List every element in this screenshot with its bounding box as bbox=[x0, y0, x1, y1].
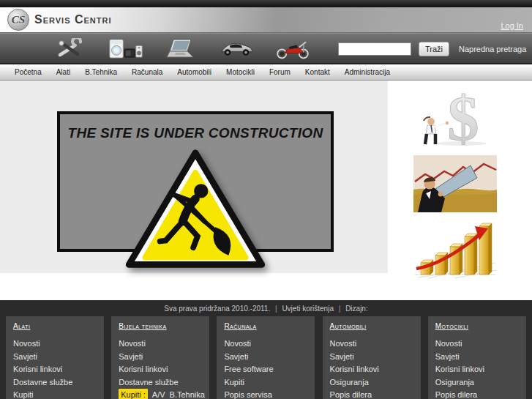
footer-column-title[interactable]: Automobili bbox=[330, 322, 413, 330]
footer-link[interactable]: A/V bbox=[152, 389, 165, 399]
footer-link[interactable]: B.Tehnika bbox=[170, 389, 205, 399]
site-name: Servis Centri bbox=[34, 13, 111, 26]
nav-item-alati[interactable]: Alati bbox=[49, 68, 78, 76]
footer-link[interactable]: Novosti bbox=[13, 338, 97, 351]
footer-link[interactable]: Savjeti bbox=[224, 351, 307, 364]
site-header: CS Servis Centri Log In bbox=[0, 7, 532, 33]
footer-link[interactable]: Savjeti bbox=[119, 351, 202, 364]
footer-column-title[interactable]: Motocikli bbox=[435, 322, 519, 330]
top-strip bbox=[0, 0, 532, 7]
nav-item-administracija[interactable]: Administracija bbox=[337, 68, 397, 76]
footer-link[interactable]: Dostavne službe bbox=[119, 376, 202, 389]
footer-link[interactable]: Savjeti bbox=[330, 351, 413, 364]
laptop-icon[interactable] bbox=[164, 37, 199, 61]
sidebar-banners: $ bbox=[413, 86, 501, 287]
category-icons bbox=[53, 37, 310, 61]
footer-link[interactable]: Osiguranja bbox=[435, 376, 519, 389]
footer-link[interactable]: Popis dilera bbox=[330, 389, 413, 399]
site-logo[interactable]: CS Servis Centri bbox=[7, 9, 111, 31]
footer-column-title[interactable]: Računala bbox=[224, 322, 307, 330]
footer-link[interactable]: Kupiti bbox=[13, 389, 97, 399]
dollar-businessman-image[interactable]: $ bbox=[413, 86, 501, 150]
footer-link[interactable]: Free software bbox=[224, 363, 307, 376]
main-content: THE SITE IS UNDER CONSTRUCTION bbox=[0, 81, 532, 300]
footer-link[interactable]: Korisni linkovi bbox=[435, 363, 519, 376]
footer-column-bijela-tehnika: Bijela tehnika Novosti Savjeti Korisni l… bbox=[111, 316, 209, 399]
motorcycle-icon[interactable] bbox=[275, 37, 310, 61]
footer-link[interactable]: Savjeti bbox=[435, 351, 519, 364]
separator: | bbox=[275, 305, 277, 313]
copyright-bar: Sva prava pridržana 2010.-2011. | Uvjeti… bbox=[0, 300, 532, 313]
footer-link[interactable]: Korisni linkovi bbox=[330, 363, 413, 376]
footer-column-title[interactable]: Alati bbox=[13, 322, 97, 330]
advanced-search-link[interactable]: Napredna pretraga bbox=[459, 45, 526, 53]
terms-link[interactable]: Uvjeti korištenja bbox=[282, 305, 334, 313]
appliances-icon[interactable] bbox=[108, 37, 143, 61]
nav-item-btehnika[interactable]: B.Tehnika bbox=[78, 68, 124, 76]
nav-item-forum[interactable]: Forum bbox=[262, 68, 298, 76]
logo-cs-badge-icon: CS bbox=[7, 9, 29, 31]
footer-link[interactable]: Novosti bbox=[330, 338, 413, 351]
construction-sign-icon bbox=[124, 148, 266, 272]
footer-link[interactable]: Popis dilera bbox=[435, 389, 519, 399]
construction-title: THE SITE IS UNDER CONSTRUCTION bbox=[60, 125, 331, 141]
footer-link[interactable]: Kupiti bbox=[224, 376, 307, 389]
nav-item-motocikli[interactable]: Motocikli bbox=[219, 68, 262, 76]
footer-link[interactable]: Korisni linkovi bbox=[119, 363, 202, 376]
megaphone-announcement-image[interactable] bbox=[413, 155, 501, 215]
footer-link[interactable]: Novosti bbox=[224, 338, 307, 351]
tools-icon[interactable] bbox=[53, 37, 88, 61]
design-label: Dizajn: bbox=[345, 305, 368, 313]
footer-column-racunala: Računala Novosti Savjeti Free software K… bbox=[217, 316, 315, 399]
footer-link[interactable]: Popis servisa bbox=[224, 389, 307, 399]
footer-link[interactable]: Novosti bbox=[435, 338, 519, 351]
nav-item-automobili[interactable]: Automobili bbox=[170, 68, 219, 76]
nav-item-kontakt[interactable]: Kontakt bbox=[298, 68, 337, 76]
main-nav: Početna Alati B.Tehnika Računala Automob… bbox=[0, 64, 532, 81]
copyright-text: Sva prava pridržana 2010.-2011. bbox=[164, 305, 270, 313]
search-button[interactable]: Traži bbox=[419, 42, 449, 56]
category-toolbar: Traži Napredna pretraga bbox=[0, 33, 532, 64]
svg-text:$: $ bbox=[448, 86, 479, 147]
footer-column-motocikli: Motocikli Novosti Savjeti Korisni linkov… bbox=[428, 316, 526, 399]
login-link[interactable]: Log In bbox=[501, 21, 523, 30]
construction-panel: THE SITE IS UNDER CONSTRUCTION bbox=[0, 81, 388, 273]
buy-label-highlighted[interactable]: Kupiti : bbox=[119, 389, 148, 399]
footer-link[interactable]: Osiguranja bbox=[330, 376, 413, 389]
golden-growth-chart-image[interactable] bbox=[413, 220, 501, 282]
footer-link[interactable]: Novosti bbox=[119, 338, 202, 351]
footer-column-automobili: Automobili Novosti Savjeti Korisni linko… bbox=[323, 316, 421, 399]
footer-link[interactable]: Korisni linkovi bbox=[13, 363, 97, 376]
nav-item-racunala[interactable]: Računala bbox=[124, 68, 170, 76]
footer-columns: Alati Novosti Savjeti Korisni linkovi Do… bbox=[6, 316, 526, 399]
footer-buy-row: Kupiti : A/V B.Tehnika bbox=[119, 389, 202, 399]
footer-column-title[interactable]: Bijela tehnika bbox=[119, 322, 202, 330]
footer: Sva prava pridržana 2010.-2011. | Uvjeti… bbox=[0, 300, 532, 399]
footer-link[interactable]: Savjeti bbox=[13, 351, 97, 364]
car-icon[interactable] bbox=[220, 37, 255, 61]
search-input[interactable] bbox=[338, 42, 411, 56]
nav-item-pocetna[interactable]: Početna bbox=[7, 68, 49, 76]
page: CS Servis Centri Log In bbox=[0, 0, 532, 399]
separator: | bbox=[339, 305, 341, 313]
footer-link[interactable]: Dostavne službe bbox=[13, 376, 97, 389]
footer-column-alati: Alati Novosti Savjeti Korisni linkovi Do… bbox=[6, 316, 104, 399]
